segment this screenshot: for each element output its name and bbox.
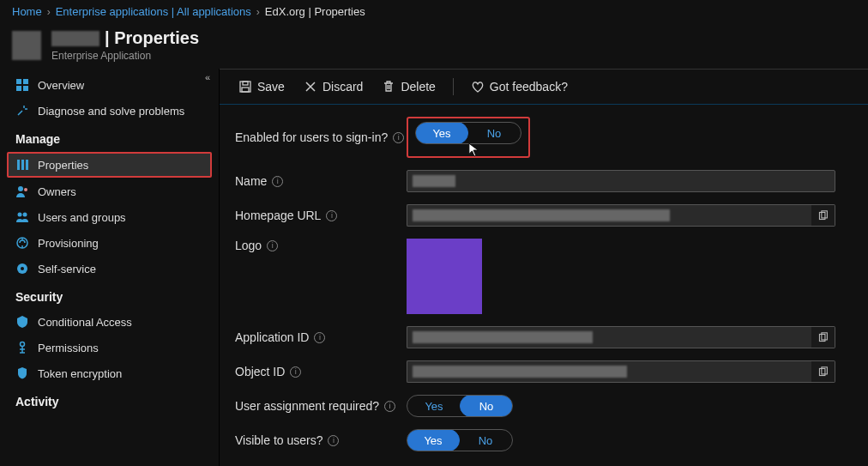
save-icon [238,80,252,94]
info-icon[interactable]: i [290,366,301,378]
form-area: Enabled for users to sign-in? i Yes No [220,105,868,466]
save-button[interactable]: Save [232,76,292,97]
chevron-right-icon: › [256,6,260,18]
assignment-yes[interactable]: Yes [407,396,461,416]
label-name: Name [235,174,267,188]
copy-object-id-button[interactable] [811,360,835,383]
main: Save Discard Delete Got feedback? [220,69,868,466]
svg-rect-2 [16,86,21,91]
svg-point-8 [24,188,27,191]
cursor-icon [468,142,480,158]
sidebar-item-owners[interactable]: Owners [0,179,219,204]
conditional-access-icon [15,315,29,329]
breadcrumb: Home › Enterprise applications | All app… [0,0,868,23]
app-name-redacted [51,31,99,46]
sidebar-item-label: Users and groups [38,211,126,224]
page-header: | Properties Enterprise Application [0,23,868,69]
app-id-input[interactable] [407,326,811,348]
visible-yes[interactable]: Yes [407,429,460,451]
sidebar-item-token-encryption[interactable]: Token encryption [0,360,219,386]
feedback-button[interactable]: Got feedback? [464,76,575,97]
page-subtitle: Enterprise Application [51,50,199,62]
sidebar-item-label: Permissions [38,342,99,354]
self-service-icon [15,262,29,275]
row-logo: Logo i [235,239,853,314]
visible-toggle[interactable]: Yes No [407,429,513,451]
label-app-id: Application ID [235,330,309,344]
svg-point-7 [18,186,23,191]
assignment-toggle[interactable]: Yes No [407,395,513,417]
svg-point-14 [21,342,25,347]
copy-homepage-button[interactable] [811,204,835,227]
visible-no[interactable]: No [459,430,512,451]
info-icon[interactable]: i [393,132,404,143]
heart-icon [471,80,485,94]
info-icon[interactable]: i [272,176,283,187]
users-groups-icon [15,210,29,224]
svg-point-10 [23,213,27,217]
breadcrumb-apps[interactable]: Enterprise applications | All applicatio… [56,5,251,18]
svg-rect-5 [21,160,24,170]
sidebar-item-permissions[interactable]: Permissions [0,335,219,360]
sidebar-item-conditional-access[interactable]: Conditional Access [0,309,219,335]
properties-icon [15,158,29,172]
nav-heading-manage: Manage [0,124,219,151]
delete-label: Delete [401,80,435,94]
homepage-input[interactable] [407,204,811,227]
sidebar-item-label: Self-service [38,263,96,275]
row-app-id: Application ID i [235,326,853,348]
info-icon[interactable]: i [314,332,325,343]
sidebar-item-label: Overview [38,79,84,92]
sidebar-item-label: Owners [38,185,76,198]
sidebar-item-self-service[interactable]: Self-service [0,256,219,281]
enabled-toggle[interactable]: Yes No [415,122,521,144]
info-icon[interactable]: i [326,210,337,221]
collapse-sidebar-button[interactable]: « [202,69,214,86]
app-logo-icon [12,31,41,60]
logo-preview[interactable] [407,239,482,314]
trash-icon [382,80,395,94]
sidebar-item-overview[interactable]: Overview [0,72,219,98]
info-icon[interactable]: i [328,435,339,446]
label-enabled: Enabled for users to sign-in? [235,130,388,144]
svg-rect-0 [16,79,21,84]
svg-rect-1 [23,79,28,84]
row-homepage: Homepage URL i [235,204,853,227]
sidebar-item-users-groups[interactable]: Users and groups [0,204,219,230]
breadcrumb-home[interactable]: Home [12,5,42,18]
svg-rect-3 [23,86,28,91]
name-input[interactable] [407,170,835,192]
label-object-id: Object ID [235,365,285,378]
info-icon[interactable]: i [267,240,278,251]
page-title: | Properties [105,28,199,48]
provisioning-icon [15,236,29,250]
object-id-input[interactable] [407,360,811,383]
copy-app-id-button[interactable] [811,326,835,348]
sidebar-item-diagnose[interactable]: Diagnose and solve problems [0,98,219,124]
svg-rect-6 [26,160,28,170]
discard-icon [304,80,317,94]
wrench-icon [15,104,29,118]
sidebar-item-provisioning[interactable]: Provisioning [0,230,219,256]
enabled-yes[interactable]: Yes [415,122,468,144]
row-assignment: User assignment required? i Yes No [235,395,853,417]
svg-point-13 [21,267,24,270]
svg-rect-4 [17,160,20,170]
label-visible: Visible to users? [235,433,322,447]
row-object-id: Object ID i [235,360,853,383]
discard-button[interactable]: Discard [297,76,370,97]
info-icon[interactable]: i [384,401,395,412]
row-name: Name i [235,170,853,192]
row-enabled: Enabled for users to sign-in? i Yes No [235,117,853,158]
enabled-no[interactable]: No [467,123,521,143]
delete-button[interactable]: Delete [375,76,442,97]
label-assignment: User assignment required? [235,399,379,413]
enabled-highlight: Yes No [407,117,530,158]
label-logo: Logo [235,239,262,252]
sidebar-item-properties[interactable]: Properties [7,152,212,178]
row-visible: Visible to users? i Yes No [235,429,853,451]
assignment-no[interactable]: No [460,395,513,417]
overview-icon [15,78,29,92]
shield-icon [15,366,29,380]
save-label: Save [257,80,285,94]
